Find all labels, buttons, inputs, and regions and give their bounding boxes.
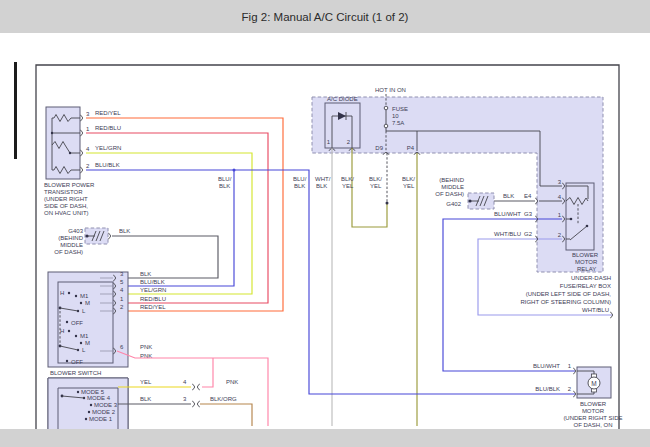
svg-text:WHT/BLU: WHT/BLU bbox=[494, 231, 521, 237]
svg-text:MOTOR: MOTOR bbox=[575, 259, 598, 265]
svg-text:WHT/: WHT/ bbox=[315, 176, 331, 182]
hot-in-on-label: HOT IN ON bbox=[375, 87, 406, 93]
svg-text:BLU/: BLU/ bbox=[218, 176, 232, 182]
svg-text:RIGHT OF STEERING COLUMN): RIGHT OF STEERING COLUMN) bbox=[520, 299, 611, 305]
svg-text:BLK/: BLK/ bbox=[341, 176, 354, 182]
svg-text:RED/YEL: RED/YEL bbox=[140, 304, 166, 310]
svg-text:BLK/ORG: BLK/ORG bbox=[210, 396, 237, 402]
svg-text:BLU/BLK: BLU/BLK bbox=[95, 162, 120, 168]
wht-blu-out-label: WHT/BLU bbox=[582, 307, 609, 313]
svg-text:BLK: BLK bbox=[294, 183, 305, 189]
svg-text:BLU/BLK: BLU/BLK bbox=[140, 279, 165, 285]
svg-text:(UNDER LEFT SIDE OF DASH,: (UNDER LEFT SIDE OF DASH, bbox=[526, 291, 612, 297]
svg-text:RELAY: RELAY bbox=[577, 266, 596, 272]
svg-text:MODE 3: MODE 3 bbox=[94, 402, 118, 408]
svg-text:MODE 2: MODE 2 bbox=[92, 409, 116, 415]
svg-text:BLK/: BLK/ bbox=[402, 176, 415, 182]
svg-text:H: H bbox=[60, 290, 64, 296]
svg-text:OF DASH, ON: OF DASH, ON bbox=[573, 422, 612, 428]
svg-text:M: M bbox=[591, 380, 596, 387]
svg-text:OF DASH): OF DASH) bbox=[54, 249, 83, 255]
svg-text:M1: M1 bbox=[80, 293, 89, 299]
left-edge-bar bbox=[14, 62, 17, 159]
svg-text:YEL/GRN: YEL/GRN bbox=[140, 287, 166, 293]
svg-text:H: H bbox=[60, 328, 64, 334]
svg-text:MIDDLE: MIDDLE bbox=[441, 184, 464, 190]
svg-text:MODE 1: MODE 1 bbox=[89, 416, 113, 422]
svg-text:(BEHIND: (BEHIND bbox=[58, 235, 83, 241]
figure-title: Fig 2: Manual A/C Circuit (1 of 2) bbox=[242, 11, 409, 23]
svg-text:YEL: YEL bbox=[140, 379, 152, 385]
svg-text:YEL/GRN: YEL/GRN bbox=[95, 145, 121, 151]
svg-text:G402: G402 bbox=[446, 201, 461, 207]
svg-text:BLOWER POWER: BLOWER POWER bbox=[44, 182, 95, 188]
svg-text:FUSE: FUSE bbox=[392, 106, 408, 112]
svg-text:M: M bbox=[85, 340, 90, 346]
svg-text:PNK: PNK bbox=[226, 379, 238, 385]
svg-text:BLOWER: BLOWER bbox=[572, 252, 599, 258]
svg-text:BLU/WHT: BLU/WHT bbox=[533, 363, 560, 369]
svg-text:BLK: BLK bbox=[140, 271, 151, 277]
svg-text:A/C DIODE: A/C DIODE bbox=[327, 96, 358, 102]
svg-text:M: M bbox=[85, 300, 90, 306]
svg-text:10: 10 bbox=[392, 113, 399, 119]
svg-text:YEL: YEL bbox=[370, 183, 382, 189]
svg-text:BLK: BLK bbox=[119, 228, 130, 234]
svg-text:RED/BLU: RED/BLU bbox=[95, 125, 121, 131]
svg-text:TRANSISTOR: TRANSISTOR bbox=[44, 189, 83, 195]
svg-text:BLK: BLK bbox=[219, 183, 230, 189]
svg-text:OFF: OFF bbox=[71, 320, 83, 326]
svg-text:BLU/: BLU/ bbox=[293, 176, 307, 182]
ac-diode: A/C DIODE 1 2 bbox=[325, 96, 360, 151]
svg-text:BLK: BLK bbox=[140, 396, 151, 402]
svg-text:G403: G403 bbox=[68, 228, 83, 234]
svg-text:E4: E4 bbox=[524, 193, 532, 199]
svg-text:FUSE/RELAY BOX: FUSE/RELAY BOX bbox=[560, 283, 611, 289]
svg-text:YEL: YEL bbox=[342, 183, 354, 189]
svg-text:BLU/WHT: BLU/WHT bbox=[494, 211, 521, 217]
svg-text:RED/YEL: RED/YEL bbox=[95, 110, 121, 116]
svg-text:(UNDER RIGHT SIDE: (UNDER RIGHT SIDE bbox=[563, 415, 622, 421]
svg-text:ON HVAC UNIT): ON HVAC UNIT) bbox=[44, 210, 89, 216]
svg-text:UNDER-DASH: UNDER-DASH bbox=[571, 275, 611, 281]
svg-text:G2: G2 bbox=[524, 231, 533, 237]
svg-text:MOTOR: MOTOR bbox=[582, 408, 605, 414]
svg-text:SIDE OF DASH,: SIDE OF DASH, bbox=[44, 203, 88, 209]
svg-text:BLOWER: BLOWER bbox=[580, 401, 607, 407]
svg-text:M1: M1 bbox=[80, 333, 89, 339]
svg-text:G3: G3 bbox=[524, 211, 533, 217]
svg-text:BLK: BLK bbox=[316, 183, 327, 189]
svg-text:BLK: BLK bbox=[503, 193, 514, 199]
svg-text:MODE 4: MODE 4 bbox=[87, 395, 111, 401]
wiring-diagram-page: Fig 2: Manual A/C Circuit (1 of 2) HOT I… bbox=[0, 0, 650, 447]
svg-text:YEL: YEL bbox=[403, 183, 415, 189]
svg-text:(BEHIND: (BEHIND bbox=[439, 177, 464, 183]
svg-text:(UNDER RIGHT: (UNDER RIGHT bbox=[44, 196, 88, 202]
mode-switch: MODE 5 MODE 4 MODE 3 MODE 2 MODE 1 bbox=[48, 378, 128, 429]
svg-text:MIDDLE: MIDDLE bbox=[60, 242, 83, 248]
svg-text:7.5A: 7.5A bbox=[392, 120, 404, 126]
svg-text:OFF: OFF bbox=[71, 359, 83, 365]
svg-text:BLU/BLK: BLU/BLK bbox=[535, 386, 560, 392]
svg-text:PNK: PNK bbox=[140, 344, 152, 350]
svg-text:RED/BLU: RED/BLU bbox=[140, 296, 166, 302]
svg-text:P4: P4 bbox=[407, 145, 415, 151]
svg-text:D9: D9 bbox=[375, 145, 383, 151]
svg-text:OF DASH): OF DASH) bbox=[435, 191, 464, 197]
svg-text:BLK/: BLK/ bbox=[369, 176, 382, 182]
blower-switch-caption: BLOWER SWITCH bbox=[50, 370, 101, 376]
